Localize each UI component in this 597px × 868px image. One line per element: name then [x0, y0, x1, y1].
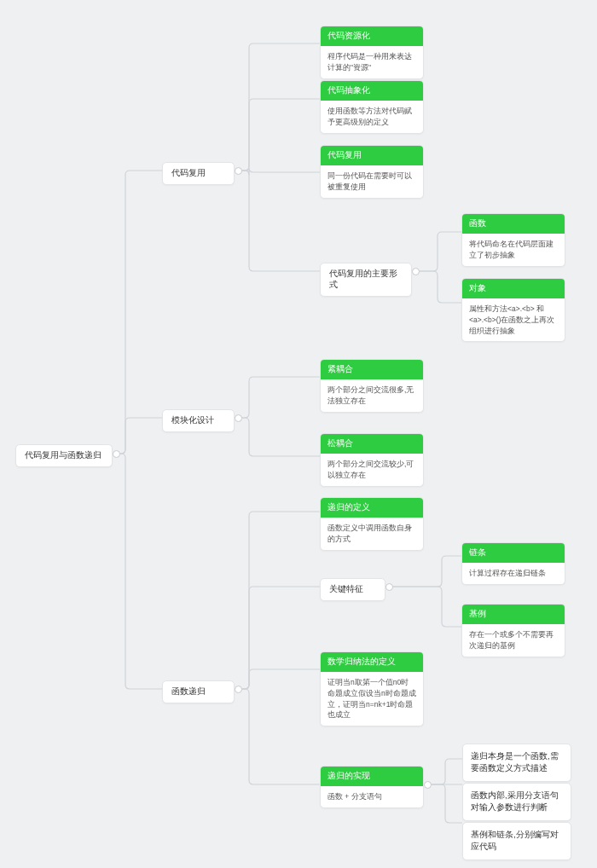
c6h: 对象: [462, 279, 565, 298]
node-keyfeat[interactable]: 关键特征: [320, 578, 385, 601]
card-reuse[interactable]: 代码复用同一份代码在需要时可以被重复使用: [320, 145, 424, 199]
c5b: 将代码命名在代码层面建立了初步抽象: [462, 234, 565, 266]
joint-forms: [412, 268, 420, 275]
c9b: 函数定义中调用函数自身的方式: [321, 518, 423, 550]
c14b: 函数 + 分支语句: [321, 786, 423, 807]
b2-text: 模块化设计: [163, 410, 234, 431]
joint-impl: [424, 781, 432, 789]
card-tight[interactable]: 紧耦合两个部分之间交流很多,无法独立存在: [320, 359, 424, 413]
c12h: 基例: [462, 605, 565, 624]
c8h: 松耦合: [321, 434, 423, 454]
c13h: 数学归纳法的定义: [321, 652, 423, 672]
c14h: 递归的实现: [321, 767, 423, 786]
c2b: 使用函数等方法对代码赋予更高级别的定义: [321, 101, 423, 133]
leaf-l2[interactable]: 函数内部,采用分支语句对输入参数进行判断: [462, 783, 571, 821]
c12b: 存在一个或多个不需要再次递归的基例: [462, 624, 565, 657]
c11b: 计算过程存在递归链条: [462, 563, 565, 584]
root-text: 代码复用与函数递归: [16, 445, 112, 466]
card-impl[interactable]: 递归的实现函数 + 分支语句: [320, 766, 424, 808]
node-forms[interactable]: 代码复用的主要形式: [320, 263, 412, 297]
c4t: 代码复用的主要形式: [321, 263, 411, 296]
leaf-l1[interactable]: 递归本身是一个函数,需要函数定义方式描述: [462, 744, 571, 782]
c3h: 代码复用: [321, 146, 423, 165]
root-node[interactable]: 代码复用与函数递归: [15, 444, 113, 467]
joint-root: [113, 450, 120, 458]
card-loose[interactable]: 松耦合两个部分之间交流较少,可以独立存在: [320, 433, 424, 487]
branch-recursion[interactable]: 函数递归: [162, 680, 235, 703]
c7b: 两个部分之间交流很多,无法独立存在: [321, 379, 423, 412]
c8b: 两个部分之间交流较少,可以独立存在: [321, 454, 423, 486]
c13b: 证明当n取第一个值n0时命题成立假设当n时命题成立，证明当n=nk+1时命题也成…: [321, 672, 423, 726]
c2h: 代码抽象化: [321, 81, 423, 101]
card-chain[interactable]: 链条计算过程存在递归链条: [461, 542, 565, 585]
card-func[interactable]: 函数将代码命名在代码层面建立了初步抽象: [461, 213, 565, 267]
card-recdef[interactable]: 递归的定义函数定义中调用函数自身的方式: [320, 497, 424, 551]
card-obj[interactable]: 对象属性和方法<a>.<b> 和<a>.<b>()在函数之上再次组织进行抽象: [461, 278, 565, 342]
card-induction[interactable]: 数学归纳法的定义证明当n取第一个值n0时命题成立假设当n时命题成立，证明当n=n…: [320, 651, 424, 726]
leaf-l3[interactable]: 基例和链条,分别编写对应代码: [462, 822, 571, 860]
joint-b3: [235, 686, 242, 693]
c11h: 链条: [462, 543, 565, 563]
branch-modular[interactable]: 模块化设计: [162, 409, 235, 432]
card-abstract[interactable]: 代码抽象化使用函数等方法对代码赋予更高级别的定义: [320, 80, 424, 134]
b1-text: 代码复用: [163, 163, 234, 184]
b3-text: 函数递归: [163, 681, 234, 703]
branch-reuse[interactable]: 代码复用: [162, 162, 235, 185]
c10t: 关键特征: [321, 579, 385, 600]
c1h: 代码资源化: [321, 26, 423, 46]
joint-b1: [235, 167, 242, 175]
c9h: 递归的定义: [321, 498, 423, 518]
c5h: 函数: [462, 214, 565, 234]
joint-b2: [235, 414, 242, 422]
c3b: 同一份代码在需要时可以被重复使用: [321, 165, 423, 198]
card-base[interactable]: 基例存在一个或多个不需要再次递归的基例: [461, 604, 565, 657]
joint-keyfeat: [385, 583, 393, 591]
c7h: 紧耦合: [321, 360, 423, 379]
c6b: 属性和方法<a>.<b> 和<a>.<b>()在函数之上再次组织进行抽象: [462, 298, 565, 341]
c1b: 程序代码是一种用来表达计算的"资源": [321, 46, 423, 78]
card-resource[interactable]: 代码资源化程序代码是一种用来表达计算的"资源": [320, 26, 424, 79]
